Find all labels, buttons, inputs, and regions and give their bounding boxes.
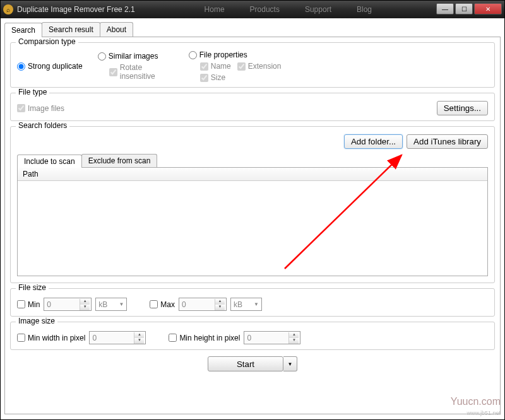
group-file-size: File size Min ▲▼ kB ▼	[10, 288, 495, 317]
check-rotate: Rotate insensitive	[109, 63, 174, 81]
watermark-url: www.jb51.net	[466, 410, 501, 416]
minh-label: Min height in pixel	[179, 334, 240, 342]
min-height-input[interactable]	[244, 333, 288, 343]
window-title: Duplicate Image Remover Free 2.1	[17, 5, 205, 14]
radio-similar-images[interactable]: Similar images	[98, 52, 174, 61]
check-ext-label: Extension	[248, 62, 282, 71]
radio-fileprops-label: File properties	[199, 50, 247, 59]
tab-search[interactable]: Search	[4, 23, 42, 37]
start-button[interactable]: Start	[208, 356, 283, 371]
check-min-filesize[interactable]: Min	[17, 300, 40, 309]
window-glass-menu: Home Products Support Blog	[205, 5, 372, 14]
check-minh-input[interactable]	[169, 334, 177, 342]
max-unit-select[interactable]: kB ▼	[230, 298, 262, 311]
titlebar[interactable]: ⌕ Duplicate Image Remover Free 2.1 Home …	[1, 1, 504, 18]
close-button[interactable]: ✕	[474, 3, 502, 15]
app-icon: ⌕	[3, 4, 13, 15]
radio-strong-duplicate[interactable]: Strong duplicate	[17, 62, 83, 71]
group-comparison-title: Comparsion type	[16, 37, 78, 46]
min-filesize-spinner[interactable]: ▲▼	[44, 298, 92, 311]
menu-support: Support	[305, 5, 331, 14]
group-image-size: Image size Min width in pixel ▲▼ Min hei…	[10, 322, 495, 350]
check-rotate-input	[109, 68, 117, 76]
group-comparison: Comparsion type Strong duplicate Similar…	[10, 42, 495, 88]
check-max-filesize[interactable]: Max	[150, 300, 175, 309]
spin-down-icon[interactable]: ▼	[288, 338, 299, 344]
group-filetype-title: File type	[16, 88, 49, 96]
spin-down-icon[interactable]: ▼	[80, 305, 90, 310]
spin-up-icon[interactable]: ▲	[134, 332, 144, 338]
group-file-type: File type Image files Settings...	[10, 93, 495, 121]
min-unit-label: kB	[98, 300, 107, 309]
max-filesize-spinner[interactable]: ▲▼	[179, 298, 227, 311]
menu-blog: Blog	[357, 5, 372, 14]
check-size-input	[200, 74, 208, 82]
check-rotate-label: Rotate insensitive	[120, 63, 174, 81]
path-column-header[interactable]: Path	[18, 168, 487, 181]
spin-up-icon[interactable]: ▲	[215, 299, 225, 305]
check-minw-input[interactable]	[17, 334, 25, 342]
check-size: Size	[200, 73, 282, 82]
scan-scope-tabs: Include to scan Exclude from scan	[17, 154, 488, 168]
tab-about[interactable]: About	[100, 22, 133, 37]
check-name-input	[200, 62, 208, 71]
group-folders-title: Search folders	[16, 121, 69, 130]
group-filesize-title: File size	[16, 283, 49, 292]
minimize-button[interactable]: —	[436, 3, 454, 15]
start-dropdown-button[interactable]: ▼	[283, 356, 297, 371]
chevron-down-icon: ▼	[119, 301, 124, 307]
watermark: Yuucn.com www.jb51.net	[451, 397, 501, 417]
maximize-button[interactable]: ☐	[455, 3, 473, 15]
max-unit-label: kB	[234, 300, 242, 309]
check-name: Name	[200, 62, 231, 71]
check-name-label: Name	[211, 62, 231, 71]
main-tabs: Search Search result About	[4, 22, 501, 37]
radio-fileprops-input[interactable]	[189, 51, 197, 59]
min-filesize-input[interactable]	[44, 300, 80, 310]
radio-similar-label: Similar images	[109, 52, 158, 61]
check-ext-input	[237, 62, 246, 71]
check-image-files-label: Image files	[28, 104, 64, 113]
tab-search-result[interactable]: Search result	[42, 22, 100, 37]
check-min-input[interactable]	[17, 300, 25, 308]
check-extension: Extension	[237, 62, 282, 71]
check-image-files-input	[17, 104, 25, 112]
radio-strong-label: Strong duplicate	[28, 62, 83, 71]
folder-path-table[interactable]: Path	[17, 168, 488, 276]
radio-similar-input[interactable]	[98, 52, 106, 61]
check-max-input[interactable]	[150, 300, 158, 308]
settings-button[interactable]: Settings...	[437, 101, 488, 115]
min-label: Min	[28, 300, 40, 309]
check-min-height[interactable]: Min height in pixel	[169, 334, 240, 342]
tab-page-search: Comparsion type Strong duplicate Similar…	[4, 37, 501, 414]
max-filesize-input[interactable]	[179, 300, 215, 310]
min-width-input[interactable]	[90, 333, 134, 343]
radio-file-properties[interactable]: File properties	[189, 50, 282, 59]
chevron-down-icon: ▼	[254, 301, 259, 307]
watermark-brand: Yuucn.com	[451, 396, 501, 407]
menu-home: Home	[205, 5, 225, 14]
spin-down-icon[interactable]: ▼	[215, 305, 225, 310]
spin-down-icon[interactable]: ▼	[134, 338, 144, 344]
group-search-folders: Search folders Add folder... Add iTunes …	[10, 126, 495, 283]
radio-strong-input[interactable]	[17, 62, 25, 71]
add-itunes-button[interactable]: Add iTunes library	[407, 134, 488, 149]
menu-products: Products	[250, 5, 280, 14]
tab-include-scan[interactable]: Include to scan	[17, 155, 82, 168]
group-imagesize-title: Image size	[16, 317, 57, 325]
add-folder-button[interactable]: Add folder...	[344, 134, 403, 149]
check-min-width[interactable]: Min width in pixel	[17, 334, 85, 342]
min-width-spinner[interactable]: ▲▼	[89, 331, 146, 344]
min-height-spinner[interactable]: ▲▼	[244, 331, 300, 344]
tab-exclude-scan[interactable]: Exclude from scan	[81, 154, 158, 167]
max-label: Max	[160, 300, 175, 309]
spin-up-icon[interactable]: ▲	[288, 332, 299, 338]
check-image-files: Image files	[17, 104, 64, 113]
min-unit-select[interactable]: kB ▼	[95, 298, 127, 311]
check-size-label: Size	[211, 73, 225, 82]
spin-up-icon[interactable]: ▲	[80, 299, 90, 305]
minw-label: Min width in pixel	[28, 334, 85, 342]
